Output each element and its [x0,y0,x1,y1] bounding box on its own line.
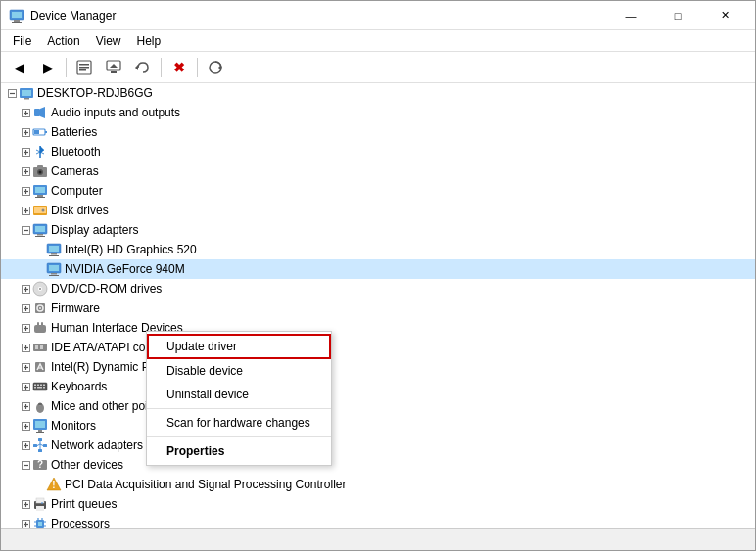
expand-btn-printqueues[interactable] [19,497,32,511]
svg-rect-122 [36,432,44,433]
device-tree[interactable]: DESKTOP-RDJB6GGAudio inputs and outputsB… [1,83,755,528]
svg-rect-42 [37,165,43,168]
minimize-button[interactable]: — [608,1,653,30]
window-title: Device Manager [30,9,608,23]
tree-item-audio[interactable]: Audio inputs and outputs [1,103,755,122]
window-controls: — □ ✕ [608,1,747,30]
expand-btn-dvd[interactable] [19,282,32,296]
menu-action[interactable]: Action [39,32,87,50]
disable-button[interactable]: ✖ [165,55,193,80]
context-update-driver[interactable]: Update driver [147,334,331,359]
tree-item-human-interface[interactable]: Human Interface Devices [1,318,755,338]
expand-btn-processors[interactable] [19,517,32,528]
tree-item-cameras[interactable]: Cameras [1,161,755,181]
icon-nvidia [46,261,62,277]
icon-batteries [32,124,48,140]
expand-btn-bluetooth[interactable] [19,145,32,159]
expand-btn-monitors[interactable] [19,419,32,433]
menu-view[interactable]: View [88,32,129,50]
tree-item-keyboards[interactable]: Keyboards [1,377,755,396]
expand-btn-computer[interactable] [19,184,32,198]
label-batteries: Batteries [51,125,97,139]
rollback-button[interactable] [129,55,157,80]
label-cameras: Cameras [51,164,99,178]
expand-btn-display[interactable] [19,223,32,237]
tree-item-processors[interactable]: Processors [1,514,755,528]
tree-item-batteries[interactable]: Batteries [1,122,755,142]
label-dvd: DVD/CD-ROM drives [51,282,162,296]
context-menu: Update driver Disable device Uninstall d… [146,331,332,466]
svg-rect-65 [49,255,59,256]
update-driver-toolbar-button[interactable] [100,55,127,80]
close-button[interactable]: ✕ [702,1,747,30]
tree-item-dvd[interactable]: DVD/CD-ROM drives [1,279,755,298]
svg-rect-87 [41,322,43,326]
properties-button[interactable] [71,55,98,80]
menu-bar: File Action View Help [1,30,755,52]
svg-rect-93 [40,345,43,349]
window: Device Manager — □ ✕ File Action View He… [0,0,756,551]
icon-printqueues [32,496,48,512]
svg-marker-9 [110,64,118,68]
svg-rect-86 [37,322,39,326]
tree-item-root[interactable]: DESKTOP-RDJB6GG [1,83,755,103]
tree-item-diskdrives[interactable]: Disk drives [1,201,755,220]
expand-btn-other[interactable] [19,458,32,472]
context-uninstall-device[interactable]: Uninstall device [147,383,331,406]
svg-rect-5 [79,64,89,66]
label-network: Network adapters [51,438,143,452]
tree-item-pci[interactable]: !PCI Data Acquisition and Signal Process… [1,475,755,494]
expand-btn-audio[interactable] [19,106,32,119]
svg-rect-68 [51,273,57,275]
expand-btn-mice[interactable] [19,399,32,413]
menu-file[interactable]: File [5,32,39,50]
label-printqueues: Print queues [51,497,117,511]
tree-item-intel-graphics[interactable]: Intel(R) HD Graphics 520 [1,240,755,259]
svg-rect-144 [36,498,44,503]
expand-btn-keyboards[interactable] [19,380,32,393]
svg-rect-7 [79,69,86,71]
tree-item-network[interactable]: Network adapters [1,436,755,455]
tree-item-bluetooth[interactable]: Bluetooth [1,142,755,161]
tree-item-mice[interactable]: Mice and other pointing devices [1,396,755,416]
svg-point-55 [42,209,45,212]
svg-rect-121 [38,430,42,432]
tree-item-ide[interactable]: IDE ATA/ATAPI controllers [1,338,755,357]
tree-item-computer[interactable]: Computer [1,181,755,201]
svg-rect-63 [49,246,59,252]
forward-button[interactable]: ▶ [34,55,62,80]
expand-btn-diskdrives[interactable] [19,204,32,217]
tree-item-display[interactable]: Display adapters [1,220,755,240]
scan-button[interactable] [202,55,229,80]
expand-btn-network[interactable] [19,438,32,452]
tree-item-other[interactable]: ?Other devices [1,455,755,475]
expand-btn-intel-dynamic[interactable] [19,360,32,374]
tree-item-firmware[interactable]: Firmware [1,298,755,318]
expand-btn-root[interactable] [5,86,19,100]
context-disable-device[interactable]: Disable device [147,359,331,383]
icon-intel-dynamic [32,359,48,375]
svg-text:?: ? [37,459,43,470]
tree-item-intel-dynamic[interactable]: Intel(R) Dynamic Platform... [1,357,755,377]
context-properties[interactable]: Properties [147,439,331,463]
icon-keyboards [32,379,48,394]
context-scan-hardware[interactable]: Scan for hardware changes [147,411,331,435]
icon-intel-graphics [46,242,62,257]
toolbar-sep-1 [66,58,67,77]
tree-item-printqueues[interactable]: Print queues [1,494,755,514]
label-audio: Audio inputs and outputs [51,106,180,119]
icon-ide [32,340,48,355]
label-firmware: Firmware [51,301,100,315]
svg-marker-13 [218,65,221,70]
svg-rect-108 [37,387,42,389]
tree-item-nvidia[interactable]: NVIDIA GeForce 940M [1,259,755,279]
back-button[interactable]: ◀ [5,55,32,80]
expand-btn-batteries[interactable] [19,125,32,139]
menu-help[interactable]: Help [129,32,169,50]
maximize-button[interactable]: □ [655,1,700,30]
expand-btn-cameras[interactable] [19,164,32,178]
tree-item-monitors[interactable]: Monitors [1,416,755,436]
expand-btn-firmware[interactable] [19,301,32,315]
expand-btn-human-interface[interactable] [19,321,32,335]
expand-btn-ide[interactable] [19,341,32,354]
